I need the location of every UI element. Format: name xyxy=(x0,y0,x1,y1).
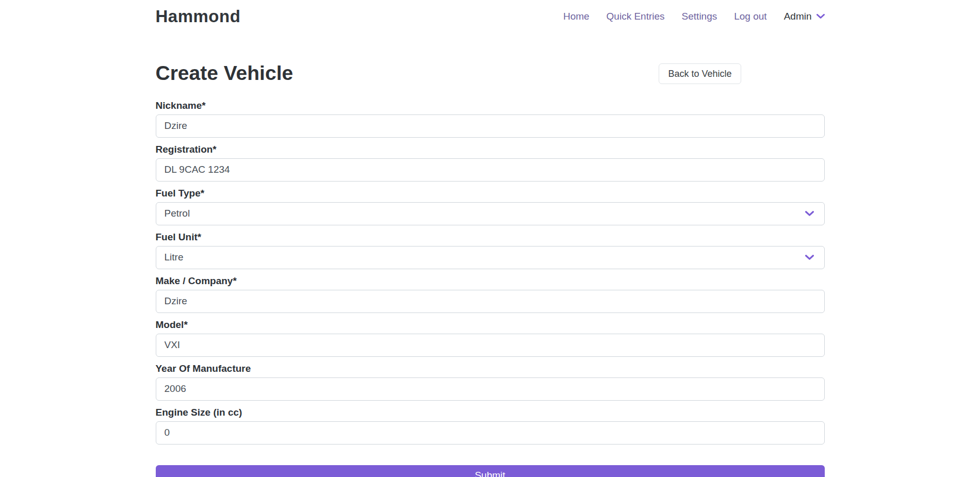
field-registration: Registration* xyxy=(156,143,825,182)
registration-label: Registration* xyxy=(156,143,825,155)
make-company-input[interactable] xyxy=(156,290,825,313)
page-header: Create Vehicle Back to Vehicle xyxy=(156,61,825,86)
field-nickname: Nickname* xyxy=(156,100,825,138)
fuel-unit-select[interactable]: Litre xyxy=(156,246,825,269)
engine-size-label: Engine Size (in cc) xyxy=(156,406,825,418)
registration-input[interactable] xyxy=(156,158,825,182)
brand-logo[interactable]: Hammond xyxy=(156,7,241,26)
field-fuel-unit: Fuel Unit* Litre xyxy=(156,231,825,269)
make-company-label: Make / Company* xyxy=(156,275,825,287)
back-to-vehicle-button[interactable]: Back to Vehicle xyxy=(659,63,741,84)
fuel-type-label: Fuel Type* xyxy=(156,187,825,199)
nav-admin-dropdown[interactable]: Admin xyxy=(784,11,825,22)
nav-logout[interactable]: Log out xyxy=(734,11,766,22)
create-vehicle-form: Nickname* Registration* Fuel Type* Petro… xyxy=(156,100,825,477)
main-nav: Home Quick Entries Settings Log out Admi… xyxy=(546,11,825,22)
chevron-down-icon xyxy=(805,252,814,263)
field-fuel-type: Fuel Type* Petrol xyxy=(156,187,825,225)
navbar: Hammond Home Quick Entries Settings Log … xyxy=(0,0,980,33)
chevron-down-icon xyxy=(816,12,825,21)
nav-settings[interactable]: Settings xyxy=(682,11,717,22)
fuel-type-select[interactable]: Petrol xyxy=(156,202,825,225)
chevron-down-icon xyxy=(805,208,814,219)
nav-quick-entries[interactable]: Quick Entries xyxy=(607,11,665,22)
nav-home[interactable]: Home xyxy=(563,11,590,22)
nickname-input[interactable] xyxy=(156,114,825,138)
field-year-of-manufacture: Year Of Manufacture xyxy=(156,363,825,401)
field-make-company: Make / Company* xyxy=(156,275,825,313)
fuel-type-selected-value: Petrol xyxy=(165,208,190,219)
page-title: Create Vehicle xyxy=(156,61,293,86)
model-label: Model* xyxy=(156,319,825,331)
model-input[interactable] xyxy=(156,334,825,357)
field-engine-size: Engine Size (in cc) xyxy=(156,406,825,445)
field-model: Model* xyxy=(156,319,825,357)
fuel-unit-label: Fuel Unit* xyxy=(156,231,825,243)
submit-button[interactable]: Submit xyxy=(156,465,825,477)
engine-size-input[interactable] xyxy=(156,421,825,445)
main-content: Create Vehicle Back to Vehicle Nickname*… xyxy=(156,61,825,477)
nav-admin-label: Admin xyxy=(784,11,812,22)
fuel-unit-selected-value: Litre xyxy=(165,252,184,263)
year-of-manufacture-input[interactable] xyxy=(156,377,825,401)
nickname-label: Nickname* xyxy=(156,100,825,111)
year-of-manufacture-label: Year Of Manufacture xyxy=(156,363,825,374)
